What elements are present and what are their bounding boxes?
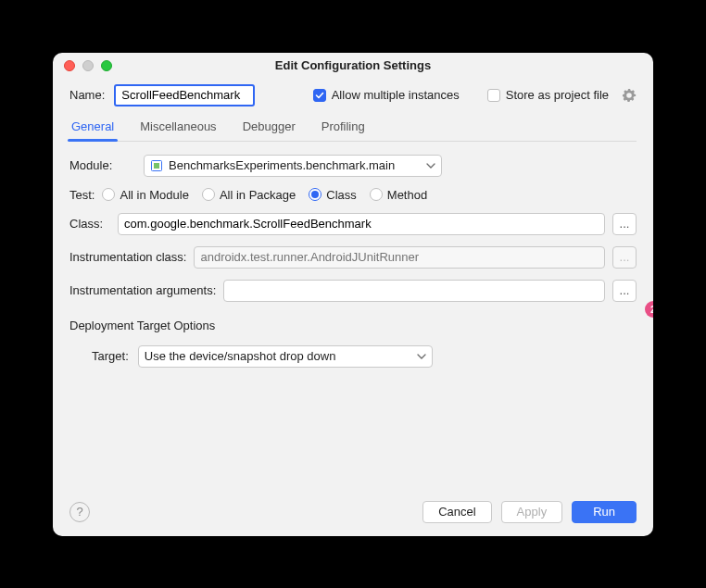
close-icon[interactable] <box>64 60 75 71</box>
radio-all-module[interactable]: All in Module <box>102 188 188 202</box>
tab-profiling[interactable]: Profiling <box>320 119 367 141</box>
module-icon <box>150 159 163 172</box>
test-label: Test: <box>69 188 95 202</box>
footer: ? Cancel Apply Run <box>53 488 653 536</box>
maximize-icon[interactable] <box>101 60 112 71</box>
inst-class-input <box>194 246 605 269</box>
cancel-button[interactable]: Cancel <box>422 501 491 523</box>
minimize-icon <box>82 60 94 71</box>
tab-bar: General Miscellaneous Debugger Profiling <box>69 119 637 142</box>
dialog-window: Edit Configuration Settings Name: Allow … <box>53 53 653 536</box>
module-value: BenchmarksExperiments.benchmark.main <box>169 158 395 172</box>
class-input[interactable] <box>118 213 605 235</box>
radio-checked-icon <box>309 188 321 201</box>
radio-all-package[interactable]: All in Package <box>202 188 296 202</box>
svg-rect-1 <box>154 163 159 169</box>
deploy-section-title: Deployment Target Options <box>69 319 637 332</box>
gear-icon[interactable] <box>622 88 637 103</box>
allow-multiple-checkbox[interactable]: Allow multiple instances <box>313 88 460 102</box>
module-select[interactable]: BenchmarksExperiments.benchmark.main <box>144 155 442 177</box>
inst-class-browse-button: ... <box>612 246 637 269</box>
radio-method[interactable]: Method <box>370 188 427 202</box>
store-project-checkbox[interactable]: Store as project file <box>487 88 609 102</box>
checkbox-empty-icon <box>487 89 500 102</box>
allow-multiple-label: Allow multiple instances <box>332 88 460 102</box>
traffic-lights <box>64 60 112 71</box>
inst-class-row: Instrumentation class: ... <box>69 246 637 269</box>
target-select[interactable]: Use the device/snapshot drop down <box>138 345 433 368</box>
module-row: Module: BenchmarksExperiments.benchmark.… <box>69 155 637 177</box>
inst-args-browse-button[interactable]: ... <box>612 280 637 302</box>
checkbox-checked-icon <box>313 89 326 102</box>
inst-class-label: Instrumentation class: <box>69 250 186 264</box>
radio-icon <box>102 188 115 201</box>
module-label: Module: <box>69 158 134 172</box>
class-row: Class: ... <box>69 213 637 235</box>
name-label: Name: <box>69 88 105 102</box>
content-area: Name: Allow multiple instances Store as … <box>53 79 653 488</box>
dialog-title: Edit Configuration Settings <box>53 58 653 72</box>
target-row: Target: Use the device/snapshot drop dow… <box>92 345 637 368</box>
titlebar: Edit Configuration Settings <box>53 53 653 79</box>
run-button[interactable]: Run <box>572 501 637 523</box>
chevron-down-icon <box>426 161 435 170</box>
inst-args-input[interactable] <box>223 280 605 302</box>
tab-general[interactable]: General <box>69 119 116 141</box>
test-radio-group: All in Module All in Package Class Metho… <box>102 188 427 202</box>
radio-icon <box>370 188 383 201</box>
radio-class[interactable]: Class <box>309 188 357 202</box>
target-label: Target: <box>92 349 129 363</box>
inst-args-row: Instrumentation arguments: ... <box>69 280 637 302</box>
help-button[interactable]: ? <box>69 502 90 522</box>
apply-button: Apply <box>501 501 563 523</box>
name-row: Name: Allow multiple instances Store as … <box>69 84 637 106</box>
test-row: Test: All in Module All in Package Class… <box>69 188 637 202</box>
inst-args-label: Instrumentation arguments: <box>69 283 216 297</box>
tab-debugger[interactable]: Debugger <box>241 119 297 141</box>
radio-icon <box>202 188 215 201</box>
class-label: Class: <box>69 217 110 231</box>
tab-miscellaneous[interactable]: Miscellaneous <box>138 119 218 141</box>
class-browse-button[interactable]: ... <box>612 213 637 235</box>
notification-badge[interactable]: 2 <box>645 301 653 318</box>
chevron-down-icon <box>417 352 426 361</box>
target-value: Use the device/snapshot drop down <box>145 349 336 363</box>
store-project-label: Store as project file <box>506 88 609 102</box>
name-input[interactable] <box>114 84 255 106</box>
